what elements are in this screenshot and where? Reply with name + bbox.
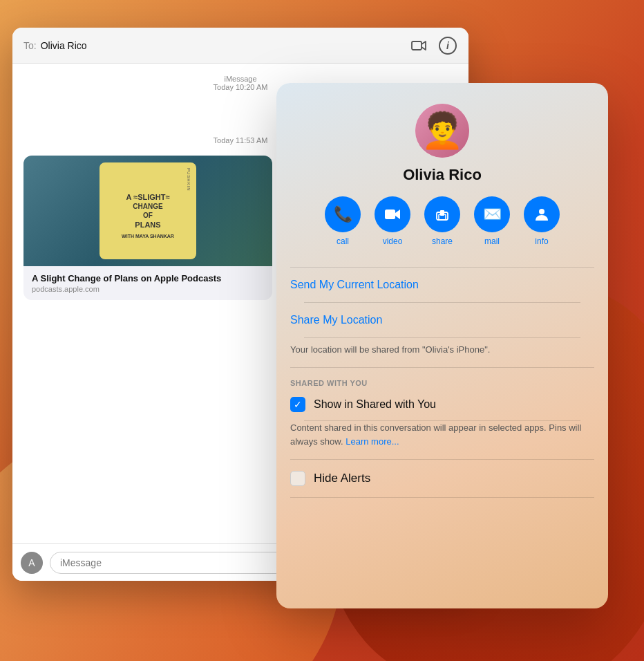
svg-point-5 <box>539 209 544 214</box>
avatar-container: 🧑‍🦱 <box>415 104 469 158</box>
info-contact-icon <box>524 196 560 232</box>
link-preview-card[interactable]: PUSHKIN A ≈SLIGHT≈ CHANGE OF PLANS WITH … <box>23 156 272 300</box>
link-preview-image: PUSHKIN A ≈SLIGHT≈ CHANGE OF PLANS WITH … <box>23 156 272 266</box>
video-call-button[interactable] <box>409 36 428 55</box>
svg-rect-0 <box>412 41 422 50</box>
podcast-cover: PUSHKIN A ≈SLIGHT≈ CHANGE OF PLANS WITH … <box>100 162 196 259</box>
svg-rect-1 <box>385 210 395 219</box>
titlebar-icons: i <box>409 36 457 55</box>
bottom-divider <box>290 497 594 498</box>
messages-titlebar: To: Olivia Rico i <box>12 28 468 64</box>
info-button[interactable]: i <box>438 36 457 55</box>
show-in-shared-row: ✓ Show in Shared with You <box>290 394 594 420</box>
link-preview-title: A Slight Change of Plans on Apple Podcas… <box>32 273 264 283</box>
call-icon: 📞 <box>325 196 361 232</box>
info-icon: i <box>439 37 457 55</box>
info-contact-button[interactable]: info <box>524 196 560 246</box>
send-current-location-button[interactable]: Send My Current Location <box>290 268 594 302</box>
podcast-pushkin: PUSHKIN <box>187 168 191 192</box>
share-icon <box>424 196 460 232</box>
podcast-cover-text: A ≈SLIGHT≈ CHANGE OF PLANS WITH MAYA SHA… <box>122 192 174 239</box>
contact-name-heading: Olivia Rico <box>403 166 482 184</box>
location-note: Your location will be shared from "Olivi… <box>290 338 594 367</box>
location-section: Send My Current Location Share My Locati… <box>276 268 608 367</box>
hide-alerts-section: Hide Alerts <box>276 460 608 486</box>
avatar-section: 🧑‍🦱 Olivia Rico 📞 call video <box>276 83 608 267</box>
shared-with-you-section: SHARED WITH YOU ✓ Show in Shared with Yo… <box>276 368 608 459</box>
shared-note: Content shared in this conversation will… <box>290 421 594 459</box>
mail-button[interactable]: ✉️ mail <box>474 196 510 246</box>
mail-icon: ✉️ <box>474 196 510 232</box>
call-label: call <box>337 236 349 246</box>
link-preview-url: podcasts.apple.com <box>32 285 264 293</box>
show-in-shared-checkbox[interactable]: ✓ <box>290 397 305 412</box>
action-buttons-row: 📞 call video <box>325 196 560 246</box>
info-panel: 🧑‍🦱 Olivia Rico 📞 call video <box>276 83 608 608</box>
video-icon <box>375 196 410 232</box>
hide-alerts-label: Hide Alerts <box>314 472 370 485</box>
call-button[interactable]: 📞 call <box>325 196 361 246</box>
share-location-button[interactable]: Share My Location <box>290 303 594 337</box>
video-button[interactable]: video <box>375 196 410 246</box>
avatar: 🧑‍🦱 <box>415 104 469 158</box>
shared-with-you-header: SHARED WITH YOU <box>290 368 594 394</box>
link-preview-info: A Slight Change of Plans on Apple Podcas… <box>23 266 272 300</box>
video-label: video <box>383 236 403 246</box>
app-store-button[interactable]: A <box>21 552 43 574</box>
recipient-name: Olivia Rico <box>41 40 87 51</box>
share-button[interactable]: share <box>424 196 460 246</box>
svg-rect-4 <box>440 210 444 216</box>
app-store-icon: A <box>28 557 35 568</box>
info-contact-label: info <box>535 236 548 246</box>
learn-more-link[interactable]: Learn more... <box>345 436 399 447</box>
show-in-shared-label: Show in Shared with You <box>314 398 436 411</box>
to-label: To: <box>23 40 37 51</box>
share-label: share <box>432 236 453 246</box>
hide-alerts-checkbox[interactable] <box>290 471 305 486</box>
mail-label: mail <box>484 236 500 246</box>
